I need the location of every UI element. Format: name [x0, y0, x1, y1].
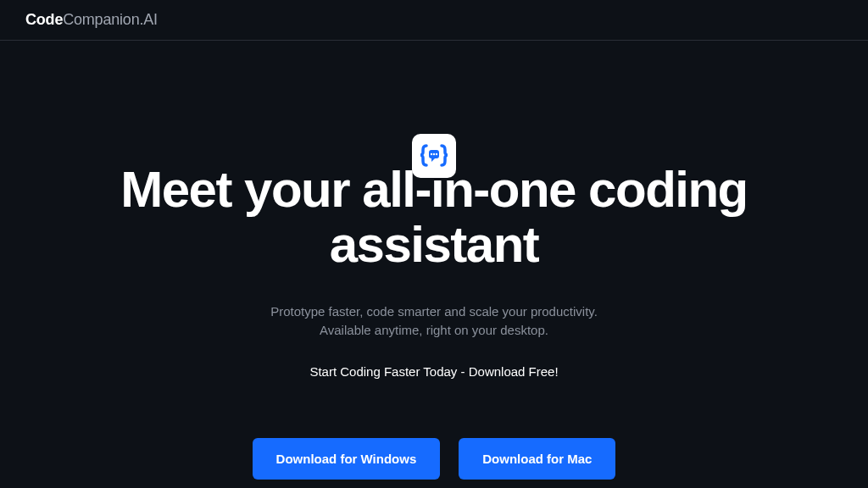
app-icon: [412, 134, 456, 178]
header: CodeCompanion.AI: [0, 0, 868, 41]
logo-text-bold: Code: [25, 11, 63, 28]
download-windows-button[interactable]: Download for Windows: [253, 438, 441, 480]
hero-section: Meet your all-in-one coding assistant Pr…: [0, 41, 868, 480]
cta-text: Start Coding Faster Today - Download Fre…: [309, 364, 558, 379]
svg-point-1: [431, 153, 432, 155]
svg-point-2: [433, 153, 435, 155]
logo-text-light: Companion.AI: [63, 11, 158, 28]
hero-headline: Meet your all-in-one coding assistant: [86, 163, 782, 273]
svg-point-3: [436, 153, 437, 155]
brand-logo[interactable]: CodeCompanion.AI: [25, 11, 158, 29]
braces-chat-icon: [417, 139, 451, 173]
download-mac-button[interactable]: Download for Mac: [459, 438, 615, 480]
subtitle-line-2: Available anytime, right on your desktop…: [270, 321, 598, 341]
subtitle-line-1: Prototype faster, code smarter and scale…: [270, 302, 598, 322]
download-buttons: Download for Windows Download for Mac: [253, 438, 616, 480]
hero-subtitle: Prototype faster, code smarter and scale…: [270, 302, 598, 341]
